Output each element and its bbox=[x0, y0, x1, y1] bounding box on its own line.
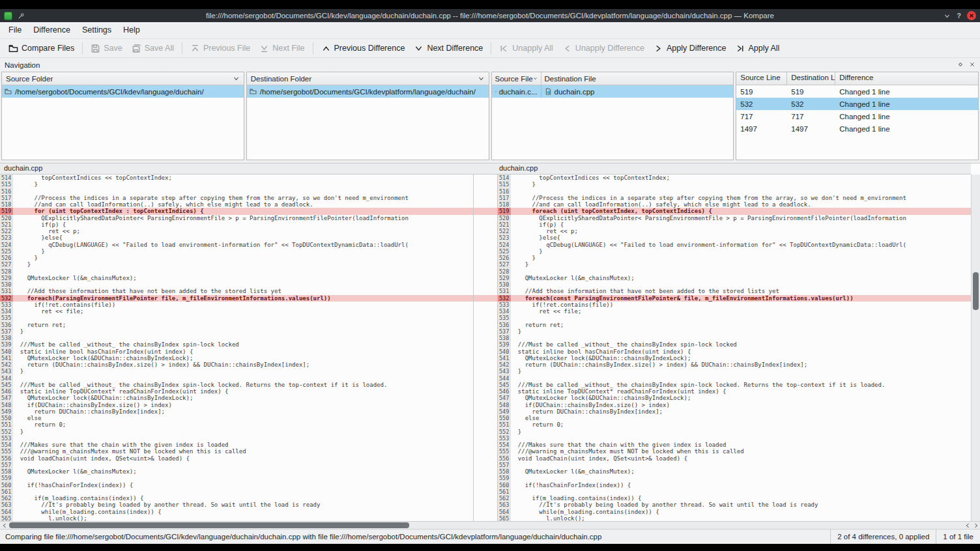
col-source-line[interactable]: Source Line bbox=[736, 72, 787, 85]
code-line-532[interactable]: 532 foreach(ParsingEnvironmentFilePointe… bbox=[0, 295, 971, 302]
line-number-right: 524 bbox=[498, 242, 511, 248]
horizontal-scrollbar[interactable] bbox=[0, 521, 980, 529]
line-number-right: 532 bbox=[498, 295, 511, 302]
line-number-left: 524 bbox=[0, 242, 13, 248]
pane-gap bbox=[473, 335, 498, 341]
line-number-left: 534 bbox=[0, 308, 13, 315]
pane-gap bbox=[473, 429, 498, 435]
vertical-scrollbar-thumb[interactable] bbox=[973, 272, 979, 310]
compare-files-button[interactable]: Compare Files bbox=[4, 42, 79, 55]
code-line-557: 557557 bbox=[0, 462, 971, 468]
line-number-right: 518 bbox=[498, 201, 511, 208]
code-text-right: QMutexLocker l(&m_chainsMutex); bbox=[511, 275, 971, 281]
line-number-right: 557 bbox=[498, 462, 511, 468]
save-icon bbox=[91, 44, 100, 53]
differences-list: 519519Changed 1 line532532Changed 1 line… bbox=[736, 85, 978, 160]
line-number-right: 535 bbox=[498, 315, 511, 321]
code-text-left: while(m_loading.contains(index)) { bbox=[13, 509, 473, 515]
pane-gap bbox=[473, 509, 498, 515]
toolbar-separator bbox=[182, 42, 182, 54]
source-folder-item[interactable]: /home/sergobot/Documents/GCI/kdev/langua… bbox=[2, 85, 244, 98]
code-text-left bbox=[13, 335, 473, 341]
line-number-right: 528 bbox=[498, 268, 511, 275]
screen-top-strip bbox=[0, 0, 980, 9]
code-text-left: return (DUChain::chainsByIndex.size() > … bbox=[13, 361, 473, 368]
close-dock-icon[interactable] bbox=[969, 61, 975, 69]
close-icon[interactable] bbox=[967, 11, 976, 20]
next-difference-button[interactable]: Next Difference bbox=[409, 42, 487, 55]
shade-window-icon[interactable] bbox=[944, 12, 951, 20]
line-number-left: 541 bbox=[0, 355, 13, 361]
scroll-left-icon[interactable] bbox=[963, 522, 972, 529]
line-number-right: 538 bbox=[498, 335, 511, 341]
col-destination-line[interactable]: Destination Lin bbox=[787, 72, 835, 85]
line-number-right: 536 bbox=[498, 322, 511, 328]
menu-settings[interactable]: Settings bbox=[76, 22, 117, 38]
code-text-left: return 0; bbox=[13, 421, 473, 428]
col-difference[interactable]: Difference bbox=[835, 72, 978, 85]
vertical-scrollbar[interactable] bbox=[971, 175, 980, 521]
code-text-left: //It's probably being loaded by another … bbox=[13, 502, 473, 508]
pane-gap bbox=[473, 268, 498, 275]
code-line-518: 518 //and can call loadInformation(..) s… bbox=[0, 201, 971, 208]
apply-all-button[interactable]: Apply All bbox=[730, 42, 784, 55]
files-list: duchain.c... duchain.cpp bbox=[492, 85, 734, 160]
line-number-right: 558 bbox=[498, 468, 511, 475]
source-folder-combo[interactable]: Source Folder bbox=[2, 72, 244, 85]
scroll-right-icon[interactable] bbox=[972, 522, 980, 529]
line-number-right: 562 bbox=[498, 495, 511, 502]
folder-icon bbox=[8, 44, 18, 53]
code-text-right bbox=[511, 375, 971, 382]
difference-row[interactable]: 14971497Changed 1 line bbox=[736, 122, 978, 135]
destination-file-header[interactable]: Destination File bbox=[541, 72, 734, 85]
menu-difference[interactable]: Difference bbox=[27, 22, 76, 38]
help-icon[interactable]: ? bbox=[957, 12, 961, 20]
line-number-right: 565 bbox=[498, 515, 511, 521]
code-line-519[interactable]: 519 for (uint topContextIndex : topConte… bbox=[0, 208, 971, 214]
line-number-right: 551 bbox=[498, 421, 511, 428]
apply-difference-button[interactable]: Apply Difference bbox=[649, 42, 731, 55]
line-number-right: 543 bbox=[498, 368, 511, 374]
code-line-521: 521 if(p) {521 if(p) { bbox=[0, 221, 971, 228]
code-text-right: } bbox=[511, 255, 971, 261]
code-text-left: ///Must be called _without_ the chainsBy… bbox=[13, 382, 473, 388]
line-number-left: 530 bbox=[0, 281, 13, 288]
line-number-left: 536 bbox=[0, 322, 13, 328]
difference-row[interactable]: 519519Changed 1 line bbox=[736, 85, 978, 98]
previous-difference-button[interactable]: Previous Difference bbox=[317, 42, 410, 55]
code-text-left: static inline TopDUContext* readChainFor… bbox=[13, 388, 473, 395]
line-number-left: 550 bbox=[0, 415, 13, 421]
code-line-550: 550 else550 else bbox=[0, 415, 971, 421]
line-number-right: 559 bbox=[498, 475, 511, 481]
line-number-right: 529 bbox=[498, 275, 511, 281]
line-number-left: 520 bbox=[0, 215, 13, 221]
code-text-right bbox=[511, 335, 971, 341]
line-number-right: 520 bbox=[498, 215, 511, 221]
line-number-right: 516 bbox=[498, 188, 511, 195]
menu-help[interactable]: Help bbox=[117, 22, 146, 38]
code-line-539: 539 ///Must be called _without_ the chai… bbox=[0, 341, 971, 348]
pane-gap bbox=[473, 341, 498, 348]
scroll-left-icon[interactable] bbox=[0, 522, 8, 529]
code-text-right: QMutexLocker lock(&DUChain::chainsByInde… bbox=[511, 355, 971, 361]
horizontal-scrollbar-thumb[interactable] bbox=[9, 522, 409, 528]
source-file-header[interactable]: Source File bbox=[492, 72, 541, 85]
chevron-left-bar-icon bbox=[499, 44, 509, 53]
pane-gap bbox=[473, 215, 498, 221]
destination-folder-combo[interactable]: Destination Folder bbox=[247, 72, 489, 85]
menu-file[interactable]: File bbox=[3, 22, 27, 38]
file-pair-row[interactable]: duchain.c... duchain.cpp bbox=[492, 85, 734, 98]
destination-folder-item[interactable]: /home/sergobot/Documents/GCI/kdevplatfor… bbox=[247, 85, 489, 98]
code-text-right: return DUChain::chainsByIndex[index]; bbox=[511, 408, 971, 415]
line-number-left: 556 bbox=[0, 455, 13, 462]
line-number-left: 554 bbox=[0, 442, 13, 448]
code-text-right: qCDebug(LANGUAGE) << "Failed to load env… bbox=[511, 242, 971, 248]
difference-row[interactable]: 532532Changed 1 line bbox=[736, 98, 978, 110]
float-dock-icon[interactable] bbox=[957, 61, 964, 69]
folder-icon bbox=[250, 88, 257, 95]
pin-icon[interactable] bbox=[18, 12, 25, 20]
line-number-left: 532 bbox=[0, 295, 13, 302]
chevron-down-bar-icon bbox=[259, 44, 269, 53]
difference-row[interactable]: 717717Changed 1 line bbox=[736, 110, 978, 122]
pane-gap bbox=[473, 408, 498, 415]
